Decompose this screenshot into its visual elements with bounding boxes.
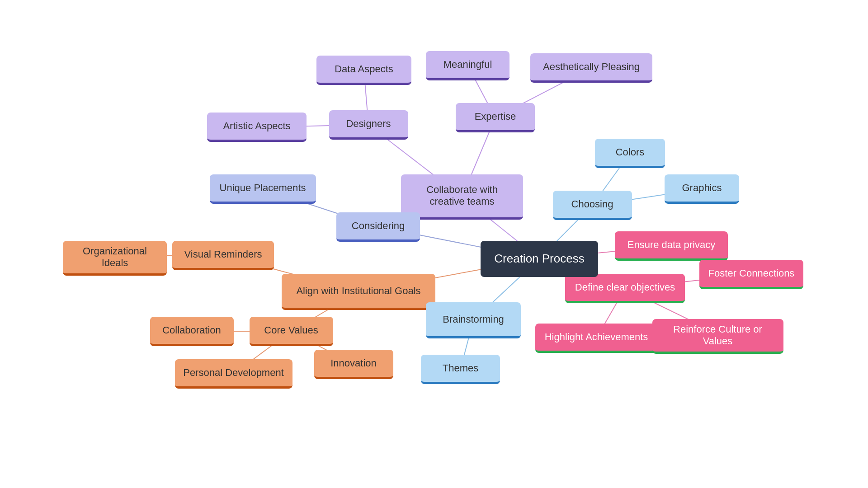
unique-placements[interactable]: Unique Placements	[210, 174, 316, 204]
core-values[interactable]: Core Values	[250, 317, 333, 346]
considering[interactable]: Considering	[336, 212, 420, 242]
visual-reminders[interactable]: Visual Reminders	[172, 241, 274, 270]
artistic-aspects[interactable]: Artistic Aspects	[207, 113, 307, 142]
reinforce-culture[interactable]: Reinforce Culture or Values	[652, 319, 783, 354]
organizational-ideals[interactable]: Organizational Ideals	[63, 241, 167, 276]
collaboration[interactable]: Collaboration	[150, 317, 234, 346]
themes[interactable]: Themes	[421, 355, 500, 384]
ensure-data-privacy[interactable]: Ensure data privacy	[615, 231, 728, 261]
foster-connections[interactable]: Foster Connections	[699, 260, 803, 289]
mind-map: Data AspectsArtistic AspectsDesignersMea…	[0, 0, 868, 488]
define-clear-objectives[interactable]: Define clear objectives	[565, 274, 685, 303]
brainstorming[interactable]: Brainstorming	[426, 302, 521, 338]
align[interactable]: Align with Institutional Goals	[282, 274, 435, 310]
meaningful[interactable]: Meaningful	[426, 51, 509, 80]
colors[interactable]: Colors	[595, 139, 665, 168]
collaborate[interactable]: Collaborate with creative teams	[401, 174, 523, 220]
aesthetically-pleasing[interactable]: Aesthetically Pleasing	[530, 53, 652, 83]
innovation[interactable]: Innovation	[314, 350, 393, 379]
designers[interactable]: Designers	[329, 110, 408, 140]
highlight-achievements[interactable]: Highlight Achievements	[535, 324, 657, 353]
personal-development[interactable]: Personal Development	[175, 359, 292, 389]
creation-process[interactable]: Creation Process	[481, 241, 598, 277]
data-aspects[interactable]: Data Aspects	[316, 56, 411, 85]
choosing[interactable]: Choosing	[553, 191, 632, 220]
expertise[interactable]: Expertise	[456, 103, 535, 132]
graphics[interactable]: Graphics	[665, 174, 739, 204]
